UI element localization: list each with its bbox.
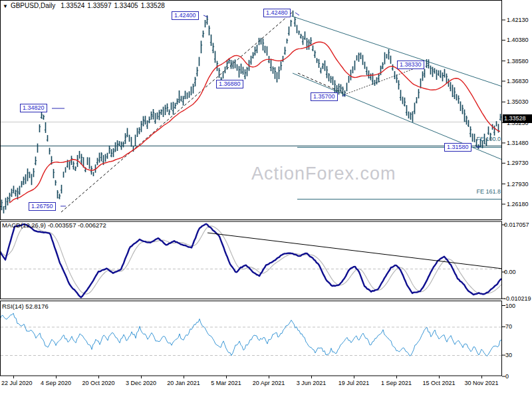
price-annotation-box: 1.31580 — [444, 143, 471, 152]
price-annotation-box: 1.36880 — [216, 80, 243, 88]
rsi-panel-title: RSI(14) 52.8176 — [2, 303, 49, 310]
macd-axis-label: 0.017057 — [504, 221, 529, 228]
price-annotation-box: 1.42480 — [263, 9, 291, 17]
date-axis-label: 4 Sep 2020 — [41, 380, 71, 386]
date-axis-label: 30 Nov 2021 — [464, 380, 498, 386]
date-axis-label: 20 Oct 2020 — [82, 380, 114, 386]
main-panel-border[interactable] — [1, 1, 502, 220]
price-annotation-box: 1.26750 — [29, 202, 56, 211]
ohlc-high: 1.33597 — [87, 2, 111, 9]
chevron-down-icon[interactable]: ▼ — [3, 3, 8, 9]
price-axis-label: 1.42130 — [507, 17, 529, 23]
symbol-label: GBPUSD,Daily — [11, 2, 55, 9]
watermark: ActionForex.com — [251, 164, 396, 184]
date-axis-label: 15 Oct 2021 — [422, 380, 455, 386]
price-axis-label: 1.31480 — [507, 140, 529, 146]
date-axis-label: 3 Dec 2020 — [126, 380, 156, 386]
chart-header: ▼GBPUSD,Daily1.335241.335971.334051.3352… — [3, 2, 168, 9]
price-annotation-box: 1.34820 — [20, 104, 47, 112]
fib-extension-label: FE 100.0 — [469, 136, 501, 142]
ohlc-open: 1.33524 — [61, 2, 84, 9]
price-axis-label: 1.27930 — [507, 181, 529, 188]
ohlc-close: 1.33528 — [141, 2, 165, 9]
rsi-line — [0, 313, 501, 356]
price-axis-label: 1.36830 — [507, 78, 529, 84]
macd-axis-label: -0.010219 — [504, 295, 531, 302]
chart-window: ▼GBPUSD,Daily1.335241.335971.334051.3352… — [0, 0, 532, 399]
price-axis-label: 1.33230 — [507, 120, 529, 126]
price-axis-label: 1.26180 — [507, 201, 529, 207]
date-axis-label: 20 Apr 2021 — [253, 380, 285, 386]
price-axis-label: 1.40380 — [507, 37, 529, 43]
price-axis-label: 1.38580 — [507, 58, 529, 65]
label-connector — [295, 13, 299, 15]
fib-extension-label: FE 161.8 — [469, 188, 501, 195]
price-annotation-box: 1.38330 — [397, 61, 424, 69]
date-axis-label: 1 Sep 2021 — [381, 380, 412, 386]
date-axis-label: 5 Mar 2021 — [211, 380, 241, 386]
macd-panel-title: MACD(12,26,9) -0.003557 -0.006272 — [2, 221, 106, 229]
date-axis-label: 20 Jan 2021 — [167, 380, 200, 386]
ohlc-low: 1.33405 — [114, 2, 138, 9]
price-annotation-box: 1.42400 — [172, 11, 199, 20]
macd-trendline — [207, 233, 502, 269]
rsi-axis-label: 70 — [505, 323, 512, 330]
macd-axis-label: 0.00 — [504, 269, 516, 275]
macd-line — [0, 224, 501, 297]
macd-panel-border[interactable] — [1, 221, 502, 299]
price-axis-label: 1.35030 — [507, 98, 529, 105]
rsi-axis-label: 0 — [505, 373, 509, 380]
price-annotation-box: 1.35700 — [311, 92, 338, 101]
rsi-axis-label: 100 — [505, 303, 515, 309]
price-axis-label: 1.29730 — [507, 160, 529, 166]
rsi-panel-border[interactable] — [1, 301, 502, 376]
date-axis-label: 22 Jul 2020 — [1, 380, 33, 386]
date-axis-label: 19 Jul 2021 — [338, 380, 370, 386]
date-axis-label: 3 Jun 2021 — [297, 380, 327, 386]
rsi-axis-label: 30 — [505, 352, 512, 358]
chart-canvas[interactable] — [0, 0, 532, 399]
